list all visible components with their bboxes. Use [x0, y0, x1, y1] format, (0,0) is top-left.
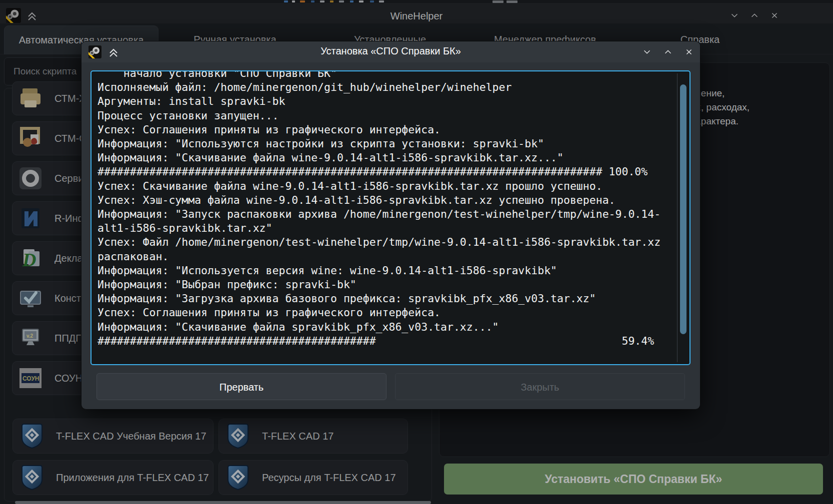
scrollbar-track-separator [677, 73, 678, 362]
dialog-minimize-button[interactable] [638, 45, 656, 58]
vertical-scrollbar-thumb[interactable] [680, 84, 686, 334]
dialog-maximize-button[interactable] [660, 45, 676, 58]
dialog-title: Установка «СПО Справки БК» [82, 45, 700, 57]
install-log-view[interactable]: начало установки "СПО Справки БК" Исполн… [90, 70, 690, 365]
dialog-close-button[interactable] [680, 45, 698, 58]
abort-button[interactable]: Прервать [96, 373, 386, 400]
install-log-text: начало установки "СПО Справки БК" Исполн… [98, 70, 690, 348]
install-dialog: Установка «СПО Справки БК» начало устано… [82, 41, 700, 409]
dialog-titlebar: Установка «СПО Справки БК» [82, 41, 700, 62]
close-dialog-button[interactable]: Закрыть [395, 373, 685, 400]
